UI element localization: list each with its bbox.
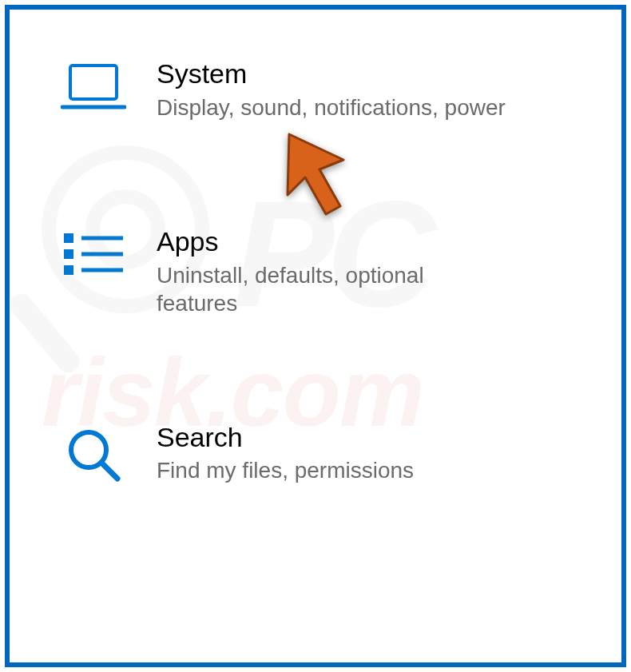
instruction-arrow-icon [281, 129, 361, 217]
settings-panel-frame: PC risk.com System Display, sound, notif… [5, 5, 626, 667]
settings-item-title: Search [157, 421, 414, 454]
settings-content: PC risk.com System Display, sound, notif… [10, 10, 621, 662]
settings-item-search[interactable]: Search Find my files, permissions [50, 421, 581, 485]
settings-item-description: Uninstall, defaults, optional features [157, 261, 508, 317]
settings-item-apps[interactable]: Apps Uninstall, defaults, optional featu… [50, 225, 581, 317]
settings-item-description: Display, sound, notifications, power [157, 93, 506, 121]
settings-item-system[interactable]: System Display, sound, notifications, po… [50, 58, 581, 121]
svg-rect-0 [70, 66, 117, 99]
svg-rect-3 [64, 249, 73, 259]
settings-item-description: Find my files, permissions [157, 456, 414, 484]
apps-list-icon [50, 225, 137, 280]
search-icon [50, 421, 137, 483]
laptop-icon [50, 58, 137, 112]
svg-rect-4 [64, 265, 73, 275]
svg-rect-2 [64, 233, 73, 243]
svg-line-9 [101, 463, 117, 479]
settings-item-title: Apps [157, 225, 508, 258]
settings-item-title: System [157, 58, 506, 90]
